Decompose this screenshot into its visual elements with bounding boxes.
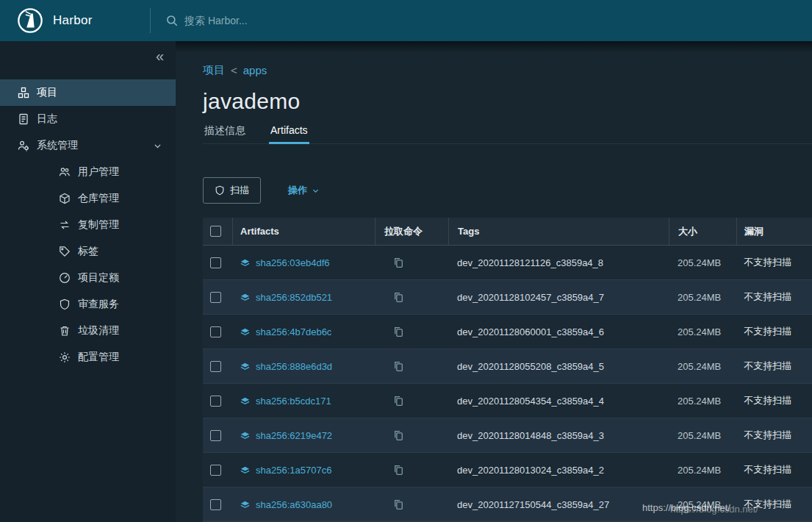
gear-icon — [59, 351, 71, 363]
artifacts-table: Artifacts 拉取命令 Tags 大小 漏洞 sha256:03eb4df… — [203, 218, 812, 522]
column-header-artifacts[interactable]: Artifacts — [232, 218, 375, 245]
table-row[interactable]: sha256:6219e472 dev_20201128014848_c3859… — [203, 418, 812, 453]
table-row[interactable]: sha256:852db521 dev_20201128102457_c3859… — [203, 280, 812, 315]
row-checkbox[interactable] — [210, 257, 221, 268]
sidebar-item-configuration[interactable]: 配置管理 — [0, 344, 176, 371]
copy-pull-command-icon[interactable] — [392, 291, 405, 304]
artifact-size: 205.24MB — [669, 465, 736, 476]
shield-icon — [59, 298, 71, 310]
sidebar-item-label: 标签 — [78, 245, 98, 258]
sidebar-item-label: 用户管理 — [78, 165, 119, 179]
sidebar: « 项目 日志 系统管 — [0, 41, 176, 522]
brand[interactable]: Harbor — [0, 7, 150, 35]
sidebar-item-scanner-services[interactable]: 审查服务 — [0, 291, 176, 318]
table-row[interactable]: sha256:1a5707c6 dev_20201128013024_c3859… — [203, 453, 812, 487]
artifact-digest-link[interactable]: sha256:6219e472 — [256, 430, 332, 441]
artifact-icon — [240, 292, 251, 303]
artifact-size: 205.24MB — [669, 499, 736, 510]
search-input[interactable] — [184, 15, 405, 26]
artifact-icon — [240, 361, 251, 372]
artifact-vulnerability: 不支持扫描 — [736, 429, 812, 442]
shield-icon — [215, 185, 225, 196]
breadcrumb-project-link[interactable]: apps — [243, 64, 267, 76]
replication-icon — [59, 219, 71, 231]
artifact-digest-link[interactable]: sha256:03eb4df6 — [256, 257, 329, 268]
table-row[interactable]: sha256:888e6d3d dev_20201128055208_c3859… — [203, 349, 812, 384]
artifact-size: 205.24MB — [669, 326, 736, 337]
sidebar-item-label: 项目定额 — [78, 271, 119, 285]
sidebar-item-project-quotas[interactable]: 项目定额 — [0, 265, 176, 291]
artifact-tag: dev_20201128013024_c3859a4_2 — [448, 465, 669, 476]
artifact-vulnerability: 不支持扫描 — [736, 360, 812, 373]
artifact-digest-link[interactable]: sha256:852db521 — [256, 292, 332, 303]
tab-summary[interactable]: 描述信息 — [203, 123, 247, 144]
copy-pull-command-icon[interactable] — [392, 464, 405, 476]
table-row[interactable]: sha256:b5cdc171 dev_20201128054354_c3859… — [203, 384, 812, 418]
row-checkbox[interactable] — [210, 292, 221, 303]
select-all-checkbox[interactable] — [210, 226, 221, 237]
copy-pull-command-icon[interactable] — [392, 326, 405, 338]
sidebar-item-user-management[interactable]: 用户管理 — [0, 159, 176, 185]
copy-pull-command-icon[interactable] — [392, 395, 405, 407]
artifact-icon — [240, 396, 251, 407]
artifact-digest-link[interactable]: sha256:888e6d3d — [256, 361, 332, 372]
search-icon — [165, 14, 179, 27]
sidebar-item-registry-management[interactable]: 仓库管理 — [0, 185, 176, 212]
sidebar-item-label: 复制管理 — [78, 218, 119, 232]
row-checkbox[interactable] — [210, 326, 221, 337]
row-checkbox[interactable] — [210, 361, 221, 372]
artifact-digest-link[interactable]: sha256:1a5707c6 — [256, 465, 331, 476]
copy-pull-command-icon[interactable] — [392, 498, 405, 511]
artifact-digest-link[interactable]: sha256:b5cdc171 — [256, 396, 331, 407]
header-divider — [150, 8, 151, 33]
artifact-tag: dev_20201128102457_c3859a4_7 — [448, 292, 669, 303]
row-checkbox[interactable] — [210, 465, 221, 476]
caret-down-icon — [312, 187, 320, 195]
chevron-down-icon[interactable] — [153, 141, 162, 151]
row-checkbox[interactable] — [210, 396, 221, 407]
copy-pull-command-icon[interactable] — [392, 429, 405, 442]
actions-label: 操作 — [288, 184, 307, 197]
column-header-size[interactable]: 大小 — [669, 218, 736, 245]
tabs: 描述信息 Artifacts — [203, 123, 812, 144]
sidebar-item-garbage-collection[interactable]: 垃圾清理 — [0, 318, 176, 344]
artifact-icon — [240, 499, 251, 510]
table-row[interactable]: sha256:03eb4df6 dev_20201128121126_c3859… — [203, 246, 812, 280]
artifact-vulnerability: 不支持扫描 — [736, 394, 812, 407]
artifact-icon — [240, 465, 251, 476]
sidebar-item-replication-management[interactable]: 复制管理 — [0, 212, 176, 238]
row-checkbox[interactable] — [210, 499, 221, 510]
artifact-tag: dev_20201128055208_c3859a4_5 — [448, 361, 669, 372]
breadcrumb-projects-link[interactable]: 项目 — [203, 63, 225, 77]
artifact-vulnerability: 不支持扫描 — [736, 463, 812, 476]
collapse-sidebar-icon[interactable]: « — [156, 49, 164, 63]
copy-pull-command-icon[interactable] — [392, 360, 405, 373]
column-header-pull-command[interactable]: 拉取命令 — [375, 218, 448, 245]
artifact-vulnerability: 不支持扫描 — [736, 325, 812, 338]
sidebar-item-labels[interactable]: 标签 — [0, 238, 176, 265]
app-header: Harbor — [0, 0, 812, 41]
toolbar: 扫描 操作 — [203, 177, 812, 204]
artifact-tag: dev_20201128014848_c3859a4_3 — [448, 430, 669, 441]
actions-dropdown-button[interactable]: 操作 — [288, 184, 320, 197]
copy-pull-command-icon[interactable] — [392, 257, 405, 269]
table-body: sha256:03eb4df6 dev_20201128121126_c3859… — [203, 246, 812, 522]
artifact-size: 205.24MB — [669, 430, 736, 441]
row-checkbox[interactable] — [210, 430, 221, 441]
scan-button[interactable]: 扫描 — [203, 177, 261, 204]
users-icon — [59, 166, 71, 178]
header-search — [165, 14, 405, 27]
artifact-tag: dev_20201127150544_c3859a4_27 — [448, 499, 669, 510]
sidebar-item-projects[interactable]: 项目 — [0, 79, 176, 106]
sidebar-item-logs[interactable]: 日志 — [0, 106, 176, 132]
sidebar-item-system-admin[interactable]: 系统管理 — [0, 132, 176, 159]
artifact-digest-link[interactable]: sha256:4b7deb6c — [256, 326, 331, 337]
artifact-digest-link[interactable]: sha256:a630aa80 — [256, 499, 332, 510]
tab-artifacts[interactable]: Artifacts — [269, 123, 309, 144]
artifact-icon — [240, 257, 251, 268]
column-header-tags[interactable]: Tags — [448, 218, 669, 245]
table-row[interactable]: sha256:4b7deb6c dev_20201128060001_c3859… — [203, 315, 812, 349]
column-header-vulnerabilities[interactable]: 漏洞 — [736, 218, 812, 245]
sidebar-item-label: 垃圾清理 — [78, 324, 119, 337]
table-row[interactable]: sha256:a630aa80 dev_20201127150544_c3859… — [203, 487, 812, 522]
